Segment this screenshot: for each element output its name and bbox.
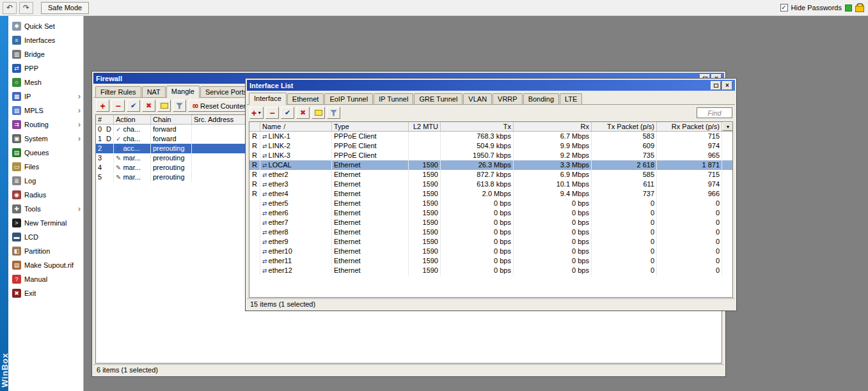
sidebar-item-label: MPLS	[24, 107, 43, 114]
interface-row[interactable]: R⇄ether3Ethernet1590613.8 kbps10.1 Mbps6…	[249, 180, 732, 189]
sidebar-item-radius[interactable]: ◉Radius	[8, 188, 83, 202]
column-header-rx[interactable]: Rx	[514, 122, 592, 131]
firewall-tab-filter-rules[interactable]: Filter Rules	[95, 86, 141, 97]
interface-row[interactable]: R⇄LOCALEthernet159026.3 Mbps3.3 Mbps2 61…	[249, 160, 732, 170]
firewall-filter-button[interactable]	[173, 100, 186, 112]
interface-row[interactable]: ⇄ether10Ethernet15900 bps0 bps00	[249, 247, 732, 256]
checkmark-icon: ✓	[781, 4, 786, 11]
column-chooser-button[interactable]: ▼	[722, 122, 733, 131]
sidebar-item-tools[interactable]: ✚Tools›	[8, 202, 83, 216]
interface-row[interactable]: ⇄ether11Ethernet15900 bps0 bps00	[249, 256, 732, 266]
interface-row[interactable]: ⇄ether7Ethernet15900 bps0 bps00	[249, 218, 732, 227]
interface-comment-button[interactable]	[312, 107, 325, 119]
undo-button[interactable]: ↶	[3, 2, 17, 14]
interface-row[interactable]: R⇄LINK-2PPPoE Client504.9 kbps9.9 Mbps60…	[249, 141, 732, 151]
column-header-l2-mtu[interactable]: L2 MTU	[409, 122, 441, 131]
column-header-chain[interactable]: Chain	[151, 115, 192, 124]
column-header-tx-packet-p-s[interactable]: Tx Packet (p/s)	[592, 122, 657, 131]
interface-rx-cell: 9.9 Mbps	[514, 141, 592, 151]
interface-row[interactable]: ⇄ether8Ethernet15900 bps0 bps00	[249, 227, 732, 237]
firewall-tab-mangle[interactable]: Mangle	[166, 86, 200, 98]
sidebar-item-interfaces[interactable]: ≡Interfaces	[8, 33, 83, 47]
firewall-disable-button[interactable]: ✖	[142, 100, 155, 112]
interface-name-cell: ⇄LINK-3	[260, 151, 332, 160]
interface-row[interactable]: R⇄LINK-3PPPoE Client1950.7 kbps9.2 Mbps7…	[249, 151, 732, 160]
interface-tab-ip-tunnel[interactable]: IP Tunnel	[374, 93, 413, 104]
column-header-type[interactable]: Type	[332, 122, 409, 131]
sidebar-item-files[interactable]: ▭Files	[8, 160, 83, 174]
interface-add-button[interactable]: +▼	[249, 107, 264, 119]
sidebar-item-queues[interactable]: ▤Queues	[8, 146, 83, 160]
firewall-add-button[interactable]: +	[96, 100, 109, 112]
redo-button[interactable]: ↷	[19, 2, 33, 14]
reset-counters-button[interactable]: 00 Reset Counters	[188, 100, 253, 112]
interface-tab-vlan[interactable]: VLAN	[463, 93, 492, 104]
interface-tab-eoip-tunnel[interactable]: EoIP Tunnel	[324, 93, 373, 104]
rule-chain-cell: forward	[151, 125, 192, 134]
sidebar-item-mpls[interactable]: ▧MPLS›	[8, 103, 83, 118]
interface-tab-interface[interactable]: Interface	[249, 93, 287, 105]
interface-type-icon: ⇄	[262, 229, 267, 236]
sidebar-item-routing[interactable]: ⇉Routing›	[8, 118, 83, 132]
interface-flag-cell: R	[249, 151, 260, 160]
interface-list-maximize-button[interactable]	[711, 81, 721, 90]
interface-row[interactable]: ⇄ether9Ethernet15900 bps0 bps00	[249, 237, 732, 247]
column-header-name[interactable]: Name/	[260, 122, 332, 131]
interface-rx-cell: 6.9 Mbps	[514, 170, 592, 180]
sidebar-item-manual[interactable]: ?Manual	[8, 272, 83, 286]
interface-row[interactable]: R⇄ether4Ethernet15902.0 Mbps9.4 Mbps7379…	[249, 189, 732, 199]
interface-row[interactable]: R⇄ether2Ethernet1590872.7 kbps6.9 Mbps58…	[249, 170, 732, 180]
interface-rx-packet-cell: 0	[657, 199, 722, 208]
interface-list-close-button[interactable]: ×	[722, 81, 732, 90]
sidebar-item-lcd[interactable]: ▬LCD	[8, 230, 83, 244]
interface-spacer-cell	[722, 141, 732, 151]
sidebar-item-make-supout-rif[interactable]: ▤Make Supout.rif	[8, 258, 83, 272]
firewall-remove-button[interactable]: −	[111, 100, 125, 112]
sidebar-item-system[interactable]: ▣System›	[8, 132, 83, 146]
column-header-tx[interactable]: Tx	[441, 122, 514, 131]
interface-remove-button[interactable]: −	[265, 107, 279, 119]
column-header-action[interactable]: Action	[114, 115, 151, 124]
sidebar-item-new-terminal[interactable]: >New Terminal	[8, 216, 83, 230]
interface-row[interactable]: ⇄ether5Ethernet15900 bps0 bps00	[249, 199, 732, 208]
interface-filter-button[interactable]	[327, 107, 340, 119]
sidebar-item-bridge[interactable]: ▥Bridge	[8, 47, 83, 61]
sidebar-item-ppp[interactable]: ⇄PPP	[8, 61, 83, 75]
column-header-[interactable]: #	[96, 115, 114, 124]
interface-tab-gre-tunnel[interactable]: GRE Tunnel	[414, 93, 462, 104]
interface-name: ether10	[269, 247, 292, 255]
interface-table-body: R⇄LINK-1PPPoE Client768.3 kbps6.7 Mbps58…	[249, 132, 732, 275]
interface-tab-vrrp[interactable]: VRRP	[493, 93, 523, 104]
column-header-src-address[interactable]: Src. Address	[192, 115, 247, 124]
firewall-tab-nat[interactable]: NAT	[142, 86, 166, 97]
firewall-enable-button[interactable]: ✔	[127, 100, 140, 112]
sidebar-item-mesh[interactable]: ○Mesh	[8, 75, 83, 89]
sidebar-item-ip[interactable]: ▦IP›	[8, 89, 83, 103]
bridge-icon: ▥	[12, 50, 21, 59]
interface-tab-lte[interactable]: LTE	[560, 93, 582, 104]
column-header-flags[interactable]	[249, 122, 260, 131]
sidebar-item-quick-set[interactable]: ✱Quick Set	[8, 19, 83, 33]
interface-disable-button[interactable]: ✖	[296, 107, 310, 119]
interface-row[interactable]: ⇄ether12Ethernet15900 bps0 bps00	[249, 266, 732, 275]
interface-enable-button[interactable]: ✔	[281, 107, 294, 119]
mesh-icon: ○	[12, 78, 21, 87]
firewall-comment-button[interactable]	[157, 100, 171, 112]
interface-list-titlebar[interactable]: Interface List ×	[247, 80, 735, 91]
interface-tab-bonding[interactable]: Bonding	[523, 93, 559, 104]
interface-flag-cell	[249, 247, 260, 256]
sidebar-item-log[interactable]: ≣Log	[8, 174, 83, 188]
interface-row[interactable]: R⇄LINK-1PPPoE Client768.3 kbps6.7 Mbps58…	[249, 132, 732, 141]
sidebar-item-exit[interactable]: ✖Exit	[8, 286, 83, 300]
interface-row[interactable]: ⇄ether6Ethernet15900 bps0 bps00	[249, 208, 732, 218]
sidebar-item-partition[interactable]: ◧Partition	[8, 244, 83, 258]
manual-icon: ?	[12, 275, 21, 284]
hide-passwords-checkbox[interactable]: ✓	[780, 4, 788, 12]
interface-name-cell: ⇄ether2	[260, 170, 332, 180]
firewall-window-title: Firewall	[96, 75, 122, 82]
interface-tab-ethernet[interactable]: Ethernet	[287, 93, 324, 104]
safe-mode-button[interactable]: Safe Mode	[41, 2, 89, 14]
column-header-rx-packet-p-s[interactable]: Rx Packet (p/s)	[657, 122, 722, 131]
find-input[interactable]	[697, 107, 732, 118]
interface-rx-cell: 9.4 Mbps	[514, 189, 592, 199]
